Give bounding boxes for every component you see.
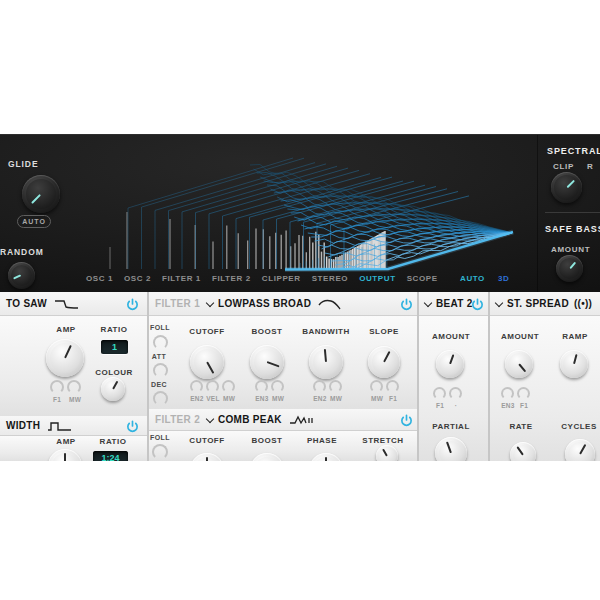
colour-knob[interactable] xyxy=(101,377,125,401)
ratio-label: RATIO xyxy=(100,437,127,446)
tab-filter2[interactable]: FILTER 2 xyxy=(212,274,251,283)
tab-osc2[interactable]: OSC 2 xyxy=(124,274,151,283)
clip-knob[interactable] xyxy=(551,172,582,203)
boost-label: BOOST xyxy=(252,327,283,336)
filter1-boost-knob[interactable] xyxy=(250,345,284,379)
tab-stereo[interactable]: STEREO xyxy=(312,274,349,283)
st-spread-ramp-knob[interactable] xyxy=(560,350,588,378)
mod-label: VEL xyxy=(206,395,220,402)
filter2-header: FILTER 2 COMB PEAK xyxy=(149,409,417,431)
amp-mod-knob[interactable] xyxy=(50,380,64,394)
tab-filter1[interactable]: FILTER 1 xyxy=(162,274,201,283)
glide-label: GLIDE xyxy=(8,159,38,169)
view-3d-toggle[interactable]: 3D xyxy=(498,274,509,283)
tab-clipper[interactable]: CLIPPER xyxy=(262,274,301,283)
cutoff-label: CUTOFF xyxy=(189,327,224,336)
bandwith-label: BANDWITH xyxy=(302,327,350,336)
pulse-wave-icon xyxy=(47,420,73,432)
mod-knob[interactable] xyxy=(329,380,342,393)
mod-label: MW xyxy=(272,395,284,402)
mod-knob[interactable] xyxy=(501,387,514,400)
slope-label: SLOPE xyxy=(369,327,399,336)
st-spread-cycles-knob[interactable] xyxy=(565,439,595,461)
beat2-power-button[interactable] xyxy=(471,297,484,310)
amp-label: AMP xyxy=(56,437,75,446)
filter2-type-select[interactable]: COMB PEAK xyxy=(218,414,282,425)
mod-label: MW xyxy=(69,396,81,403)
view-mode-group: AUTO 3D xyxy=(460,274,509,283)
filter2-phase-knob[interactable] xyxy=(309,453,343,461)
comb-peak-icon xyxy=(289,413,317,426)
filter2-id: FILTER 2 xyxy=(155,414,200,425)
view-auto-toggle[interactable]: AUTO xyxy=(460,274,485,283)
st-spread-rate-knob[interactable] xyxy=(510,442,536,461)
tab-osc1[interactable]: OSC 1 xyxy=(86,274,113,283)
mod-knob[interactable] xyxy=(222,380,235,393)
foll-label: FOLL xyxy=(150,324,170,331)
amp-mod-knob[interactable] xyxy=(67,380,81,394)
mod-knob[interactable] xyxy=(386,380,399,393)
mod-knob[interactable] xyxy=(517,387,530,400)
mod-knob[interactable] xyxy=(190,380,203,393)
mod-knob[interactable] xyxy=(313,380,326,393)
ramp-label: RAMP xyxy=(562,332,588,341)
filter1-slope-knob[interactable] xyxy=(368,346,400,378)
phase-label: PHASE xyxy=(307,436,337,445)
mod-label: · xyxy=(455,402,457,409)
mod-knob[interactable] xyxy=(255,380,268,393)
width-amp-knob[interactable] xyxy=(48,449,82,461)
mod-label: MW xyxy=(223,395,235,402)
st-spread-amount-knob[interactable] xyxy=(505,350,533,378)
ratio-display[interactable]: 1 xyxy=(101,340,128,354)
filter1-cutoff-knob[interactable] xyxy=(190,345,224,379)
foll-knob[interactable] xyxy=(152,444,168,460)
beat2-title-select[interactable]: BEAT 2 xyxy=(436,298,473,309)
beat2-partial-knob[interactable] xyxy=(435,437,467,461)
mod-knob[interactable] xyxy=(370,380,383,393)
att-knob[interactable] xyxy=(153,363,168,378)
mod-label: F1 xyxy=(436,402,444,409)
beat2-amount-knob[interactable] xyxy=(436,350,464,378)
safe-bass-amount-knob[interactable] xyxy=(556,255,583,282)
random-knob[interactable] xyxy=(8,262,35,289)
to-saw-amp-knob[interactable] xyxy=(46,339,84,377)
mod-label: EN3 xyxy=(255,395,269,402)
mod-knob[interactable] xyxy=(206,380,219,393)
st-spread-title-select[interactable]: ST. SPREAD xyxy=(507,298,569,309)
synth-plugin-window: GLIDE AUTO RANDOM SPECTRAL CLIP R SAFE B… xyxy=(0,0,600,600)
filter1-type-select[interactable]: LOWPASS BROAD xyxy=(218,298,311,309)
filter1-bandwith-knob[interactable] xyxy=(309,345,343,379)
mod-label: EN2 xyxy=(190,395,204,402)
width-power-button[interactable] xyxy=(126,419,139,432)
filter2-stretch-knob[interactable] xyxy=(376,445,398,461)
stereo-spread-icon: ((•)) xyxy=(574,298,592,309)
mod-knob[interactable] xyxy=(433,387,446,400)
rate-label: RATE xyxy=(509,422,532,431)
cycles-label: CYCLES xyxy=(561,422,596,431)
dec-knob[interactable] xyxy=(153,391,168,406)
width-ratio-display[interactable]: 1:24 xyxy=(93,451,128,461)
foll-knob[interactable] xyxy=(153,335,168,350)
width-title: WIDTH xyxy=(6,420,40,431)
divider xyxy=(545,212,600,213)
mod-knob[interactable] xyxy=(449,387,462,400)
mod-label: EN2 xyxy=(313,395,327,402)
filter2-cutoff-knob[interactable] xyxy=(190,453,224,461)
amp-label: AMP xyxy=(56,325,75,334)
mod-label: EN3 xyxy=(501,402,515,409)
filter2-power-button[interactable] xyxy=(400,413,413,426)
panel-seam xyxy=(537,135,538,292)
to-saw-title: TO SAW xyxy=(6,298,47,309)
filter1-power-button[interactable] xyxy=(400,297,413,310)
to-saw-header: TO SAW xyxy=(0,292,147,316)
saw-wave-icon xyxy=(54,298,80,310)
glide-knob[interactable] xyxy=(22,175,60,213)
partial-label: PARTIAL xyxy=(432,422,470,431)
tab-output[interactable]: OUTPUT xyxy=(359,274,396,283)
top-panel: GLIDE AUTO RANDOM SPECTRAL CLIP R SAFE B… xyxy=(0,134,600,292)
glide-auto-button[interactable]: AUTO xyxy=(17,215,51,228)
att-label: ATT xyxy=(152,353,166,360)
to-saw-power-button[interactable] xyxy=(126,297,139,310)
tab-scope[interactable]: SCOPE xyxy=(407,274,438,283)
mod-knob[interactable] xyxy=(271,380,284,393)
